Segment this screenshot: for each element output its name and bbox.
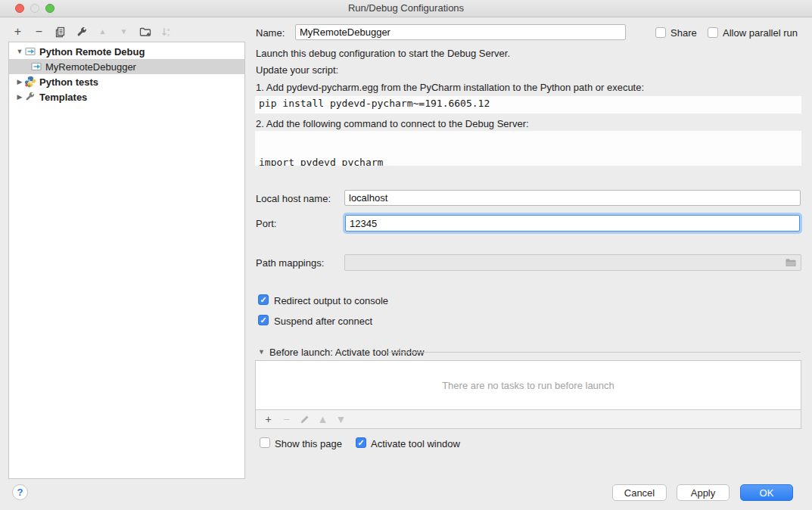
allow-parallel-run-checkbox[interactable]	[708, 27, 718, 38]
activate-tool-window-checkbox[interactable]	[356, 437, 366, 448]
settrace-code: import pydevd_pycharm pydevd_pycharm.set…	[255, 131, 801, 166]
before-launch-tasks-list: There are no tasks to run before launch	[255, 360, 801, 410]
new-folder-icon	[139, 26, 151, 38]
redirect-output-checkbox[interactable]	[258, 294, 269, 305]
description-text: Launch this debug configuration to start…	[256, 48, 510, 59]
window-title: Run/Debug Configurations	[0, 2, 812, 14]
tree-item-label: Python tests	[39, 76, 98, 88]
ok-button[interactable]: OK	[740, 484, 793, 501]
before-launch-chevron-icon[interactable]: ▼	[258, 348, 265, 356]
tasks-toolbar: + − ▲ ▼	[255, 409, 801, 429]
pencil-icon	[300, 415, 310, 424]
local-host-name-label: Local host name:	[256, 193, 331, 204]
tree-item-label: Python Remote Debug	[39, 46, 145, 58]
activate-tool-window-label: Activate tool window	[371, 438, 460, 449]
move-down-button[interactable]: ▼	[117, 26, 130, 39]
svg-text:z: z	[167, 33, 170, 37]
run-configuration-icon	[30, 61, 42, 73]
add-task-button[interactable]: +	[263, 414, 274, 425]
tree-item-myremotedebugger[interactable]: MyRemoteDebugger	[9, 59, 244, 74]
create-folder-button[interactable]	[138, 26, 151, 39]
arrow-down-icon: ▼	[120, 28, 128, 36]
share-checkbox[interactable]	[655, 27, 666, 38]
name-label: Name:	[256, 27, 285, 39]
show-this-page-label: Show this page	[275, 438, 342, 449]
svg-text:a: a	[167, 27, 170, 32]
suspend-after-connect-checkbox[interactable]	[258, 315, 269, 325]
edit-defaults-button[interactable]	[75, 26, 88, 39]
templates-wrench-icon	[24, 91, 36, 103]
settrace-code-line1: import pydevd_pycharm	[259, 156, 798, 166]
apply-button[interactable]: Apply	[677, 484, 730, 501]
plus-icon: +	[14, 26, 21, 38]
plus-icon: +	[265, 414, 271, 424]
browse-folder-icon[interactable]	[785, 257, 797, 271]
tree-item-label: MyRemoteDebugger	[45, 61, 136, 73]
show-this-page-checkbox[interactable]	[260, 437, 270, 448]
sort-configurations-button[interactable]: az	[160, 26, 173, 39]
chevron-expanded-icon[interactable]: ▼	[15, 48, 24, 55]
tree-item-label: Templates	[39, 92, 87, 103]
update-script-text: Update your script:	[256, 64, 338, 76]
run-debug-configurations-dialog: Run/Debug Configurations + − ▲ ▼	[0, 0, 812, 510]
share-label: Share	[670, 27, 697, 39]
name-input[interactable]	[295, 24, 626, 40]
step1-text: 1. Add pydevd-pycharm.egg from the PyCha…	[256, 82, 644, 93]
port-input[interactable]	[345, 215, 800, 232]
chevron-collapsed-icon[interactable]: ▶	[15, 93, 24, 101]
pip-install-code: pip install pydevd-pycharm~=191.6605.12	[255, 96, 801, 114]
tree-item-templates[interactable]: ▶ Templates	[9, 89, 244, 104]
run-configuration-icon	[24, 45, 36, 58]
python-tests-icon	[24, 76, 36, 88]
port-label: Port:	[256, 218, 276, 229]
title-bar: Run/Debug Configurations	[0, 0, 812, 17]
minus-icon: −	[36, 26, 42, 38]
cancel-button[interactable]: Cancel	[612, 484, 667, 501]
minus-icon: −	[283, 414, 289, 424]
path-mappings-input[interactable]	[344, 254, 801, 271]
step2-text: 2. Add the following command to connect …	[256, 118, 529, 129]
before-launch-divider	[387, 352, 801, 353]
path-mappings-label: Path mappings:	[256, 257, 324, 269]
move-task-up-button[interactable]: ▲	[317, 414, 328, 425]
sort-az-icon: az	[160, 26, 173, 38]
help-button[interactable]: ?	[12, 484, 28, 500]
arrow-down-icon: ▼	[336, 414, 347, 424]
copy-configuration-button[interactable]	[54, 26, 67, 39]
copy-icon	[54, 26, 66, 38]
arrow-up-icon: ▲	[99, 28, 107, 36]
tree-item-python-remote-debug[interactable]: ▼ Python Remote Debug	[9, 44, 244, 59]
edit-task-button[interactable]	[299, 414, 310, 425]
no-tasks-text: There are no tasks to run before launch	[442, 380, 614, 391]
remove-task-button[interactable]: −	[281, 414, 292, 425]
allow-parallel-run-label: Allow parallel run	[723, 27, 798, 39]
configurations-tree: ▼ Python Remote Debug MyRemoteDebugger ▶…	[8, 42, 245, 479]
remove-configuration-button[interactable]: −	[33, 26, 45, 39]
configurations-toolbar: + − ▲ ▼ az	[11, 23, 173, 41]
move-up-button[interactable]: ▲	[96, 26, 109, 39]
suspend-after-connect-label: Suspend after connect	[274, 316, 372, 327]
redirect-output-label: Redirect output to console	[274, 295, 388, 306]
arrow-up-icon: ▲	[318, 414, 328, 424]
tree-item-python-tests[interactable]: ▶ Python tests	[9, 74, 244, 89]
wrench-icon	[76, 26, 88, 38]
add-configuration-button[interactable]: +	[11, 26, 24, 39]
chevron-collapsed-icon[interactable]: ▶	[15, 78, 24, 86]
local-host-name-input[interactable]	[344, 190, 801, 206]
move-task-down-button[interactable]: ▼	[335, 414, 347, 425]
